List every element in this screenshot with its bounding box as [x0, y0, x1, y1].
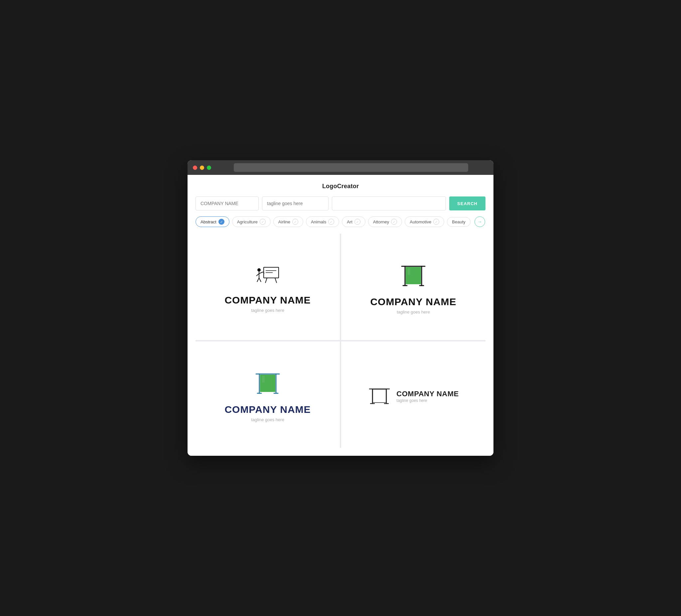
- svg-line-1: [266, 278, 267, 283]
- check-icon-animals: ✓: [328, 219, 334, 225]
- logo4-text-area: COMPANY NAME tagline goes here: [396, 390, 458, 403]
- svg-line-2: [275, 278, 277, 283]
- maximize-button[interactable]: [207, 165, 211, 170]
- logo-icon-3: [253, 371, 283, 397]
- check-icon-abstract: ✓: [219, 219, 224, 225]
- category-label: Automotive: [410, 220, 431, 224]
- logo-card-2[interactable]: COMPANY NAME tagline goes here: [341, 234, 485, 340]
- tagline-2: tagline goes here: [397, 309, 430, 314]
- svg-rect-18: [408, 268, 410, 275]
- category-attorney[interactable]: Attorney ✓: [368, 216, 402, 227]
- company-name-4: COMPANY NAME: [396, 390, 458, 398]
- company-name-input[interactable]: [196, 197, 259, 210]
- logo-icon-2: [398, 263, 428, 289]
- search-bar: SEARCH: [196, 197, 485, 210]
- tagline-input[interactable]: [262, 197, 329, 210]
- address-bar[interactable]: [234, 163, 468, 172]
- category-abstract[interactable]: Abstract ✓: [196, 216, 229, 227]
- tagline-1: tagline goes here: [251, 308, 284, 313]
- category-art[interactable]: Art ✓: [342, 216, 365, 227]
- svg-line-8: [259, 272, 263, 274]
- check-icon-automotive: ✓: [433, 219, 439, 225]
- category-label: Airline: [278, 220, 290, 224]
- category-label: Attorney: [373, 220, 389, 224]
- logo-icon-1: [254, 265, 281, 288]
- company-name-2: COMPANY NAME: [370, 296, 456, 308]
- company-name-1: COMPANY NAME: [224, 294, 310, 306]
- svg-line-7: [256, 274, 259, 276]
- svg-rect-31: [373, 389, 386, 403]
- search-button[interactable]: SEARCH: [449, 197, 485, 210]
- minimize-button[interactable]: [200, 165, 204, 170]
- tagline-4: tagline goes here: [396, 398, 458, 403]
- category-bar: Abstract ✓ Agriculture ✓ Airline ✓ Anima…: [196, 216, 485, 227]
- category-label: Abstract: [201, 220, 217, 224]
- check-icon-airline: ✓: [292, 219, 298, 225]
- logo-card-4[interactable]: COMPANY NAME tagline goes here: [341, 341, 485, 448]
- company-name-3: COMPANY NAME: [224, 404, 310, 415]
- category-label: Beauty: [452, 220, 465, 224]
- category-agriculture[interactable]: Agriculture ✓: [232, 216, 271, 227]
- category-automotive[interactable]: Automotive ✓: [405, 216, 444, 227]
- app-content: LogoCreator SEARCH Abstract ✓ Agricultur…: [187, 175, 494, 456]
- check-icon-attorney: ✓: [391, 219, 397, 225]
- logo-card-3[interactable]: COMPANY NAME tagline goes here: [196, 341, 340, 448]
- tagline-3: tagline goes here: [251, 417, 284, 422]
- logo-icon-4-container: COMPANY NAME tagline goes here: [368, 386, 458, 406]
- browser-titlebar: [187, 160, 494, 175]
- check-icon-art: ✓: [354, 219, 360, 225]
- check-icon-agriculture: ✓: [260, 219, 266, 225]
- browser-window: LogoCreator SEARCH Abstract ✓ Agricultur…: [187, 160, 494, 456]
- svg-line-9: [257, 278, 259, 282]
- svg-line-10: [259, 278, 261, 282]
- category-airline[interactable]: Airline ✓: [273, 216, 303, 227]
- svg-rect-25: [262, 376, 265, 383]
- app-title: LogoCreator: [196, 183, 485, 190]
- next-arrow-button[interactable]: →: [475, 216, 485, 227]
- category-animals[interactable]: Animals ✓: [306, 216, 339, 227]
- category-label: Art: [347, 220, 352, 224]
- logo-grid: COMPANY NAME tagline goes here: [196, 234, 485, 448]
- logo-card-1[interactable]: COMPANY NAME tagline goes here: [196, 234, 340, 340]
- close-button[interactable]: [193, 165, 197, 170]
- keyword-input[interactable]: [332, 197, 446, 210]
- category-label: Animals: [311, 220, 326, 224]
- category-label: Agriculture: [237, 220, 258, 224]
- svg-point-5: [257, 268, 261, 272]
- category-beauty[interactable]: Beauty: [447, 217, 470, 227]
